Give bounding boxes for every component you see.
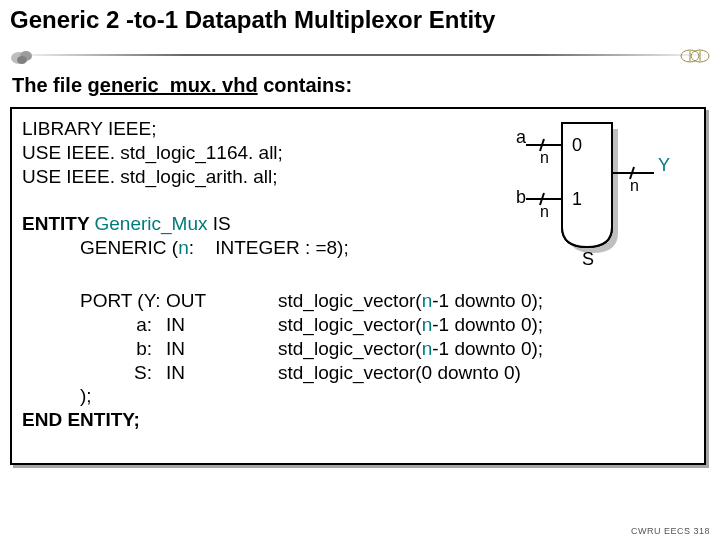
port-table: PORT (Y: OUT std_logic_vector(n-1 downto… xyxy=(80,289,694,384)
mux-s-label: S xyxy=(582,249,594,268)
mux-b-sel: 1 xyxy=(572,189,582,209)
ornament-left-icon xyxy=(10,48,36,66)
mux-a-label: a xyxy=(516,127,527,147)
mux-b-label: b xyxy=(516,187,526,207)
svg-point-2 xyxy=(17,56,27,64)
ornament-right-icon xyxy=(680,48,710,64)
mux-b-width: n xyxy=(540,203,549,220)
mux-a-width: n xyxy=(540,149,549,166)
slide-title: Generic 2 -to-1 Datapath Multiplexor Ent… xyxy=(10,6,710,34)
footer-course: CWRU EECS 318 xyxy=(631,526,710,536)
mux-y-width: n xyxy=(630,177,639,194)
subheading: The file generic_mux. vhd contains: xyxy=(12,74,710,97)
mux-a-sel: 0 xyxy=(572,135,582,155)
code-line: END ENTITY; xyxy=(22,408,694,432)
code-line: ); xyxy=(22,384,694,408)
mux-y-label: Y xyxy=(658,155,670,175)
code-listing: a n 0 b n 1 Y n S LIBRARY IEEE; USE IEEE… xyxy=(10,107,706,465)
subhead-prefix: The file xyxy=(12,74,88,96)
title-rule xyxy=(10,42,710,68)
mux-diagram: a n 0 b n 1 Y n S xyxy=(482,113,672,268)
subhead-suffix: contains: xyxy=(258,74,352,96)
subhead-filename: generic_mux. vhd xyxy=(88,74,258,96)
